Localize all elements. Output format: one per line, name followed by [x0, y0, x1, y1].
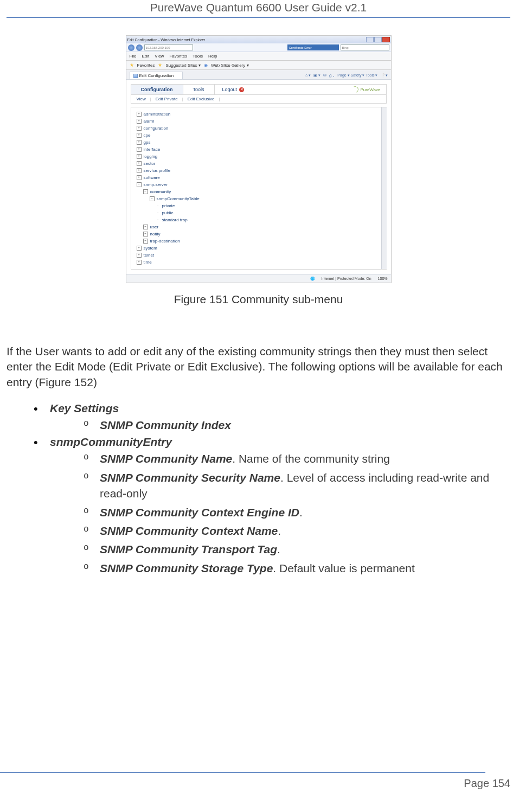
toolbar-text[interactable]: Page ▾ Safety ▾ Tools ▾ — [337, 73, 377, 78]
tree-alarm[interactable]: alarm — [137, 118, 384, 125]
transport-tag-term: SNMP Community Transport Tag — [100, 543, 277, 555]
tree-trap-destination[interactable]: trap-destination — [143, 238, 384, 245]
print-icon[interactable]: ⎙ ▾ — [329, 74, 335, 78]
item-key-settings: Key Settings SNMP Community Index — [34, 402, 510, 433]
ie-toolbar-icons: ⌂ ▾ ▣ ▾ ✉ ⎙ ▾ Page ▾ Safety ▾ Tools ▾ ❔▾ — [305, 73, 387, 78]
tab-tools[interactable]: Tools — [183, 85, 215, 94]
context-name-desc: . — [278, 524, 281, 537]
logout-label: Logout — [222, 87, 238, 92]
context-engine-id-term: SNMP Community Context Engine ID — [100, 506, 299, 519]
menu-edit[interactable]: Edit — [142, 54, 149, 59]
cert-error-badge[interactable]: Certificate Error — [287, 44, 339, 50]
menu-favorites[interactable]: Favorites — [169, 54, 187, 59]
star-icon[interactable]: ★ — [130, 62, 134, 68]
menu-file[interactable]: File — [130, 54, 137, 59]
storage-type-desc: . Default value is permanent — [273, 562, 414, 574]
address-input[interactable]: 192.168.200.100 — [144, 44, 193, 50]
sub-transport-tag: SNMP Community Transport Tag. — [84, 541, 510, 557]
tree-snmp-server[interactable]: snmp-server community snmpCommunityTable… — [137, 181, 384, 245]
back-icon[interactable] — [128, 44, 134, 51]
snmpcommunityentry-heading: snmpCommunityEntry — [50, 436, 172, 448]
tree-snmpcommunitytable[interactable]: snmpCommunityTable private public standa… — [150, 195, 384, 223]
tree-administration[interactable]: administration — [137, 111, 384, 118]
minimize-button[interactable] — [366, 37, 374, 42]
tree-interface[interactable]: interface — [137, 146, 384, 153]
logout-button[interactable]: Logout ✕ — [215, 85, 252, 94]
suggested-sites-link[interactable]: Suggested Sites ▾ — [165, 63, 200, 68]
brand-icon — [351, 85, 360, 93]
tab-configuration[interactable]: Configuration — [131, 85, 183, 94]
storage-type-term: SNMP Community Storage Type — [100, 562, 273, 574]
tree-time[interactable]: time — [137, 259, 384, 266]
tree-sector[interactable]: sector — [137, 160, 384, 167]
brand: PureWave — [347, 86, 386, 93]
tree-system[interactable]: system — [137, 245, 384, 252]
tree-logging[interactable]: logging — [137, 153, 384, 160]
tree-gps[interactable]: gps — [137, 139, 384, 146]
community-index-term: SNMP Community Index — [100, 419, 231, 431]
tree-panel: administration alarm configuration cpe g… — [131, 107, 387, 270]
menu-tools[interactable]: Tools — [193, 54, 203, 59]
mode-edit-exclusive[interactable]: Edit Exclusive — [188, 97, 215, 101]
tree-private[interactable]: private — [156, 202, 384, 209]
figure-wrap: Edit Configuration - Windows Internet Ex… — [7, 35, 510, 306]
mode-edit-private[interactable]: Edit Private — [156, 97, 178, 101]
context-name-term: SNMP Community Context Name — [100, 524, 278, 537]
mode-view[interactable]: View — [137, 97, 146, 101]
scrollbar[interactable] — [381, 107, 387, 269]
tree-telnet[interactable]: telnet — [137, 252, 384, 259]
zoom-label[interactable]: 100% — [378, 277, 388, 280]
tree-snmpcommunitytable-label: snmpCommunityTable — [157, 196, 200, 201]
app-tabbar: Configuration Tools Logout ✕ PureWave — [131, 84, 387, 95]
tab-label: Edit Configuration — [139, 73, 174, 78]
community-name-desc: . Name of the community string — [232, 452, 390, 465]
tree-notify[interactable]: notify — [143, 231, 384, 238]
tree-cpe[interactable]: cpe — [137, 132, 384, 139]
menubar: File Edit View Favorites Tools Help — [126, 52, 391, 61]
sub-context-name: SNMP Community Context Name. — [84, 523, 510, 539]
tree-community[interactable]: community snmpCommunityTable private pub… — [143, 188, 384, 223]
transport-tag-desc: . — [277, 543, 280, 555]
footer-rule — [0, 772, 485, 773]
security-name-term: SNMP Community Security Name — [100, 471, 280, 484]
screenshot: Edit Configuration - Windows Internet Ex… — [126, 35, 392, 283]
header-rule — [7, 17, 510, 18]
cert-error-label: Certificate Error — [289, 46, 312, 49]
options-list: Key Settings SNMP Community Index snmpCo… — [7, 402, 510, 576]
tree-service-profile[interactable]: service-profile — [137, 167, 384, 174]
mail-icon[interactable]: ✉ — [323, 73, 326, 78]
maximize-button[interactable] — [374, 37, 382, 42]
search-input[interactable]: Bing — [341, 44, 389, 50]
feed-icon[interactable]: ▣ ▾ — [313, 73, 321, 78]
browser-tab[interactable]: Edit Configuration — [130, 72, 183, 79]
home-icon[interactable]: ⌂ ▾ — [305, 73, 311, 78]
window-title: Edit Configuration - Windows Internet Ex… — [127, 38, 206, 42]
tree-software[interactable]: software — [137, 174, 384, 181]
help-icon[interactable]: ❔▾ — [381, 73, 388, 78]
page-number: Page 154 — [464, 777, 510, 789]
favorites-label[interactable]: Favorites — [137, 63, 155, 68]
logout-icon: ✕ — [239, 87, 244, 92]
tree-snmp-server-label: snmp-server — [144, 182, 168, 187]
view-mode-bar: View| Edit Private| Edit Exclusive| — [131, 95, 387, 104]
intro-paragraph: If the User wants to add or edit any of … — [7, 344, 510, 390]
forward-icon[interactable] — [136, 44, 143, 51]
menu-view[interactable]: View — [155, 54, 164, 59]
sub-context-engine-id: SNMP Community Context Engine ID. — [84, 504, 510, 520]
body-text: If the User wants to add or edit any of … — [7, 344, 510, 390]
globe-small-icon: 🌐 — [310, 277, 315, 281]
tree-community-label: community — [150, 189, 171, 194]
tree-standard-trap[interactable]: standard trap — [156, 216, 384, 223]
tree-user[interactable]: user — [143, 223, 384, 231]
page-header: PureWave Quantum 6600 User Guide v2.1 — [7, 0, 510, 18]
tree-configuration[interactable]: configuration — [137, 125, 384, 132]
close-button[interactable] — [382, 37, 390, 42]
tab-bar: Edit Configuration ⌂ ▾ ▣ ▾ ✉ ⎙ ▾ Page ▾ … — [126, 70, 391, 80]
key-settings-heading: Key Settings — [50, 402, 119, 414]
webslice-link[interactable]: Web Slice Gallery ▾ — [211, 63, 249, 68]
tree-public[interactable]: public — [156, 209, 384, 216]
config-tree: administration alarm configuration cpe g… — [133, 111, 384, 266]
address-row: 192.168.200.100 Certificate Error Bing — [126, 43, 391, 52]
menu-help[interactable]: Help — [208, 54, 217, 59]
context-engine-id-desc: . — [299, 506, 303, 519]
